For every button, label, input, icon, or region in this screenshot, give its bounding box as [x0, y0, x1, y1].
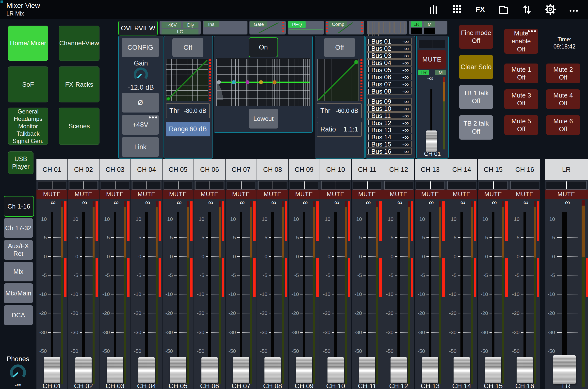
channel-mute-button[interactable]: MUTE — [257, 190, 288, 199]
bus-send-row[interactable]: Bus 16-∞ — [367, 148, 412, 155]
eq-lowcut-button[interactable]: Lowcut — [249, 109, 278, 129]
tab-mtx-main[interactable]: Mtx/Main — [4, 283, 33, 303]
channel-header[interactable]: CH 05 — [163, 159, 194, 180]
channel-header[interactable]: CH 03 — [99, 159, 131, 180]
meters-icon[interactable] — [426, 3, 440, 16]
apps-grid-icon[interactable] — [450, 3, 464, 16]
phantom-48v-button[interactable]: +48V — [122, 115, 159, 135]
channel-mute-button[interactable]: MUTE — [352, 190, 383, 199]
fader-handle[interactable] — [233, 357, 249, 383]
pan-indicator[interactable] — [419, 40, 445, 48]
fader-handle[interactable] — [327, 357, 344, 383]
channel-header[interactable]: CH 02 — [68, 159, 99, 180]
fader-handle[interactable] — [264, 357, 281, 383]
mini-routing-section[interactable]: LR M — [409, 21, 447, 34]
phones-knob[interactable] — [9, 364, 27, 381]
more-ellipsis-icon[interactable] — [567, 3, 581, 16]
nav-home-mixer-button[interactable]: Home/ Mixer — [8, 26, 48, 61]
fine-mode-button[interactable]: Fine mode Off — [459, 25, 493, 49]
channel-header[interactable]: CH 09 — [289, 159, 320, 180]
pan-indicator[interactable] — [353, 181, 381, 190]
sort-updown-icon[interactable] — [520, 3, 534, 16]
channel-mute-button[interactable]: MUTE — [131, 190, 162, 199]
pan-indicator[interactable] — [38, 181, 66, 190]
bus-send-row[interactable]: Bus 05-∞ — [367, 66, 412, 73]
tab-aux-fx-ret[interactable]: Aux/FX Ret — [4, 240, 33, 260]
mini-input-section[interactable]: +48V Dly LC — [160, 21, 201, 34]
fader-handle[interactable] — [201, 357, 218, 383]
bus-send-row[interactable]: Bus 09-∞ — [367, 98, 412, 105]
pan-indicator[interactable] — [447, 181, 476, 190]
fader-handle[interactable] — [296, 357, 312, 383]
mute-enable-button[interactable]: Mute enable Off — [504, 29, 538, 54]
channel-header[interactable]: CH 01 — [36, 159, 67, 180]
selected-mute-button[interactable]: MUTE — [418, 50, 446, 69]
pan-indicator[interactable] — [227, 181, 255, 190]
bus-send-row[interactable]: Bus 11-∞ — [367, 112, 412, 119]
comp-threshold-field[interactable]: Thr -60.0 dB — [317, 103, 362, 118]
fader-handle[interactable] — [517, 357, 533, 383]
clear-solo-button[interactable]: Clear Solo — [459, 55, 493, 79]
pan-indicator[interactable] — [546, 181, 587, 190]
tb2-talk-button[interactable]: TB 2 talk Off — [459, 115, 493, 140]
channel-mute-button[interactable]: MUTE — [383, 190, 414, 199]
channel-mute-button[interactable]: MUTE — [99, 190, 131, 199]
bus-send-row[interactable]: Bus 06-∞ — [367, 74, 412, 80]
nav-fx-racks-button[interactable]: FX-Racks — [59, 66, 99, 102]
bus-send-row[interactable]: Bus 01-∞ — [367, 38, 412, 45]
channel-mute-button[interactable]: MUTE — [289, 190, 320, 199]
mini-sends-section[interactable] — [367, 21, 407, 34]
channel-header[interactable]: CH 16 — [509, 159, 540, 180]
fader-handle[interactable] — [170, 357, 186, 383]
bus-send-row[interactable]: Bus 14-∞ — [367, 134, 412, 140]
pan-indicator[interactable] — [479, 181, 507, 190]
bus-send-row[interactable]: Bus 13-∞ — [367, 127, 412, 133]
bus-send-row[interactable]: Bus 12-∞ — [367, 119, 412, 126]
tb1-talk-button[interactable]: TB 1 talk Off — [459, 85, 493, 109]
comp-state-button[interactable]: Off — [324, 38, 355, 57]
bus-send-row[interactable]: Bus 04-∞ — [367, 59, 412, 66]
pan-indicator[interactable] — [384, 181, 413, 190]
nav-channel-view-button[interactable]: Channel-View — [59, 26, 99, 61]
channel-mute-button[interactable]: MUTE — [68, 190, 99, 199]
bus-send-row[interactable]: Bus 15-∞ — [367, 141, 412, 147]
fader-handle[interactable] — [107, 357, 123, 383]
gate-threshold-field[interactable]: Thr -80.0 dB — [166, 103, 210, 118]
channel-mute-button[interactable]: MUTE — [320, 190, 351, 199]
bus-send-row[interactable]: Bus 07-∞ — [367, 81, 412, 87]
bus-send-row[interactable]: Bus 03-∞ — [367, 52, 412, 59]
mini-insert-section[interactable]: Ins — [203, 21, 247, 34]
channel-header[interactable]: CH 15 — [478, 159, 509, 180]
fader-handle[interactable] — [485, 357, 501, 383]
fader-handle[interactable] — [391, 357, 407, 383]
pan-indicator[interactable] — [258, 181, 287, 190]
pan-indicator[interactable] — [416, 181, 444, 190]
channel-header[interactable]: CH 12 — [383, 159, 414, 180]
tab-ch-17-32[interactable]: Ch 17-32 — [4, 218, 33, 238]
config-button[interactable]: CONFIG — [122, 38, 159, 57]
comp-ratio-field[interactable]: Ratio 1.1:1 — [317, 122, 362, 137]
tab-mix[interactable]: Mix — [4, 262, 33, 281]
mini-eq-section[interactable]: PEQ — [288, 21, 324, 34]
channel-mute-button[interactable]: MUTE — [163, 190, 194, 199]
gate-range-field[interactable]: Range 60 dB — [166, 122, 210, 136]
selected-fader-handle[interactable] — [426, 130, 437, 152]
nav-sof-button[interactable]: SoF — [8, 66, 48, 102]
settings-gear-icon[interactable] — [543, 3, 557, 16]
fader-handle[interactable] — [553, 355, 576, 384]
fader-handle[interactable] — [422, 357, 438, 383]
fader-handle[interactable] — [44, 357, 60, 383]
channel-mute-button[interactable]: MUTE — [509, 190, 540, 199]
channel-mute-button[interactable]: MUTE — [36, 190, 67, 199]
channel-header[interactable]: CH 08 — [257, 159, 288, 180]
pan-indicator[interactable] — [195, 181, 224, 190]
fader-handle[interactable] — [75, 357, 92, 383]
channel-mute-button[interactable]: MUTE — [478, 190, 509, 199]
folder-icon[interactable] — [497, 3, 510, 16]
fader-handle[interactable] — [454, 357, 470, 383]
mini-comp-section[interactable]: Comp — [326, 21, 364, 34]
pan-indicator[interactable] — [321, 181, 350, 190]
channel-mute-button[interactable]: MUTE — [545, 190, 588, 199]
eq-curve-graph[interactable] — [216, 58, 310, 106]
nav-usb-player-button[interactable]: USB Player — [8, 151, 33, 174]
